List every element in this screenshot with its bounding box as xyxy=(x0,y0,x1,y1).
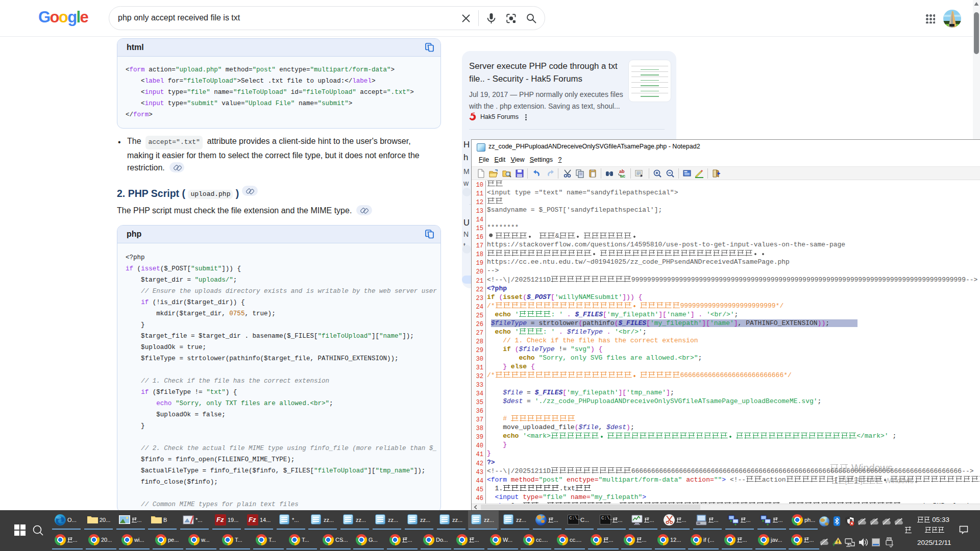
svg-text:ac: ac xyxy=(620,173,625,178)
